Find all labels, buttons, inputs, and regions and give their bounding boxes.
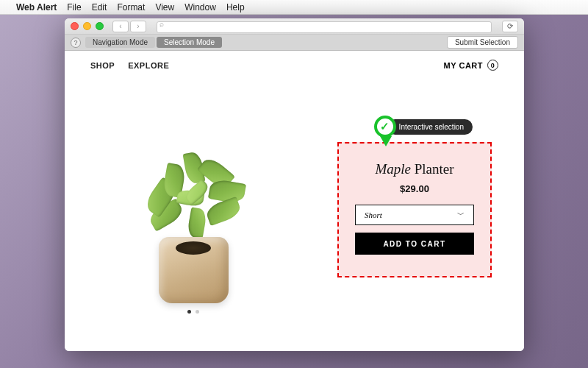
site-nav: SHOP EXPLORE MY CART 0	[65, 51, 524, 77]
product-name: Maple Planter	[375, 161, 453, 177]
window-close-button[interactable]	[71, 22, 79, 30]
size-selected-value: Short	[365, 210, 382, 219]
carousel-dot-2[interactable]	[196, 310, 199, 314]
window-zoom-button[interactable]	[96, 22, 104, 30]
nav-explore[interactable]: EXPLORE	[128, 61, 169, 70]
carousel-dots	[90, 310, 296, 314]
product-price: $29.00	[400, 183, 429, 194]
submit-selection-button[interactable]: Submit Selection	[447, 36, 518, 49]
menu-help[interactable]: Help	[226, 2, 245, 13]
page-content: SHOP EXPLORE MY CART 0	[65, 51, 524, 351]
window-minimize-button[interactable]	[83, 22, 91, 30]
nav-shop[interactable]: SHOP	[90, 61, 115, 70]
nav-back-button[interactable]: ‹	[112, 21, 129, 32]
tooltip-label: Interactive selection	[387, 119, 473, 135]
help-icon[interactable]: ?	[71, 38, 81, 48]
plant-illustration	[142, 150, 245, 246]
reload-button[interactable]: ⟳	[502, 21, 518, 32]
menu-window[interactable]: Window	[184, 2, 216, 13]
system-menubar: Web Alert File Edit Format View Window H…	[0, 0, 588, 15]
navigation-mode-button[interactable]: Navigation Mode	[85, 37, 155, 48]
selection-tooltip: ✓ Interactive selection	[374, 116, 473, 138]
selection-mode-button[interactable]: Selection Mode	[157, 37, 222, 48]
carousel-dot-1[interactable]	[187, 310, 191, 314]
app-window: ‹ › ⌕ ⟳ ? Navigation Mode Selection Mode…	[65, 18, 524, 351]
menu-edit[interactable]: Edit	[92, 2, 107, 13]
menu-view[interactable]: View	[155, 2, 174, 13]
menu-format[interactable]: Format	[117, 2, 145, 13]
search-icon: ⌕	[159, 20, 164, 28]
cart-label: MY CART	[444, 61, 483, 70]
size-select[interactable]: Short ﹀	[355, 205, 474, 225]
cart-link[interactable]: MY CART 0	[444, 60, 498, 71]
add-to-cart-button[interactable]: ADD TO CART	[355, 233, 474, 255]
url-search-input[interactable]	[157, 21, 492, 33]
chevron-down-icon: ﹀	[457, 210, 465, 220]
cart-count-badge: 0	[487, 60, 498, 71]
app-menu[interactable]: Web Alert	[16, 2, 57, 13]
mode-toolbar: ? Navigation Mode Selection Mode Submit …	[65, 35, 524, 51]
product-panel-selection[interactable]: Maple Planter $29.00 Short ﹀ ADD TO CART	[337, 142, 492, 277]
planter-illustration	[159, 237, 229, 303]
menu-file[interactable]: File	[67, 2, 81, 13]
checkmark-icon: ✓	[374, 116, 396, 138]
window-titlebar: ‹ › ⌕ ⟳	[65, 18, 524, 35]
nav-forward-button[interactable]: ›	[130, 21, 146, 32]
product-image	[90, 106, 296, 319]
tooltip-pointer-icon	[380, 136, 392, 146]
